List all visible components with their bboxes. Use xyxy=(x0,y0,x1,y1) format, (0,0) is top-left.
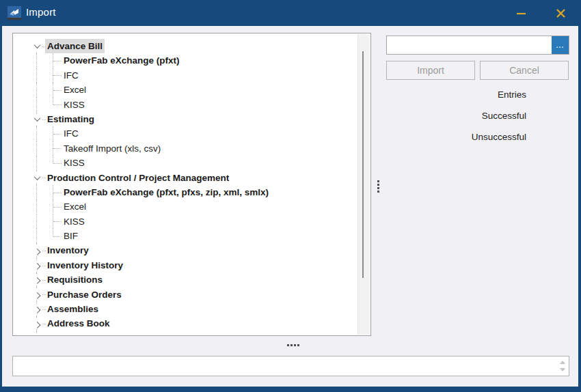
tree-item[interactable]: Purchase Orders xyxy=(13,288,357,302)
tree-scrollbar-thumb[interactable] xyxy=(362,51,364,278)
tree-item-label: Excel xyxy=(64,83,86,97)
tree-item[interactable]: Address Book xyxy=(13,316,357,331)
tree-item-label: Requisitions xyxy=(47,272,103,287)
tree-item-label: Address Book xyxy=(47,316,110,331)
tree-item-label: Production Control / Project Management xyxy=(47,171,229,185)
chevron-down-icon[interactable] xyxy=(31,172,42,183)
import-stats: Entries Successful Unsuccessful xyxy=(387,89,526,153)
close-button[interactable] xyxy=(544,0,577,26)
tree-item-label: Takeoff Import (xls, csv) xyxy=(64,141,161,156)
tree-item-label: Shapes/Grades/Sizes xyxy=(47,331,141,336)
window-title: Import xyxy=(26,6,56,18)
tree-item[interactable]: Estimating xyxy=(13,112,357,126)
tree-item-label: Inventory History xyxy=(47,258,123,272)
tree-child-item[interactable]: PowerFab eXchange (pfxt, pfxs, zip, xml,… xyxy=(13,185,357,199)
tree-item-label: PowerFab eXchange (pfxt) xyxy=(64,53,180,68)
status-log-text xyxy=(16,358,554,374)
tree-item-label: Purchase Orders xyxy=(47,288,122,302)
tree-item-label: KISS xyxy=(64,98,85,112)
tree-child-item[interactable]: KISS xyxy=(13,98,357,112)
tree-child-item[interactable]: PowerFab eXchange (pfxt) xyxy=(13,53,357,68)
tree-item-label: Advance Bill xyxy=(45,39,105,53)
chevron-right-icon[interactable] xyxy=(31,318,42,329)
tree-child-item[interactable]: Takeoff Import (xls, csv) xyxy=(13,141,357,156)
status-log-box[interactable] xyxy=(12,356,569,376)
entries-label: Entries xyxy=(387,89,526,100)
tree-item-label: Excel xyxy=(64,199,86,214)
tree-child-item[interactable]: BIF xyxy=(13,229,357,243)
scroll-down-icon[interactable] xyxy=(560,368,565,372)
chevron-right-icon[interactable] xyxy=(31,245,42,256)
tree-item-label: IFC xyxy=(64,126,79,141)
tree-item-label: IFC xyxy=(64,68,79,83)
unsuccessful-label: Unsuccessful xyxy=(387,132,526,143)
tree-child-item[interactable]: Excel xyxy=(13,83,357,97)
tree-item-label: Estimating xyxy=(47,112,94,126)
tree-child-item[interactable]: IFC xyxy=(13,68,357,83)
import-type-tree: Advance BillPowerFab eXchange (pfxt)IFCE… xyxy=(12,33,371,336)
file-path-input[interactable] xyxy=(387,36,551,54)
tree-item-label: KISS xyxy=(64,214,85,229)
title-bar: Import xyxy=(0,0,581,26)
chevron-right-icon[interactable] xyxy=(31,260,42,271)
tree-item[interactable]: Advance Bill xyxy=(13,39,357,53)
tree-item-label: PowerFab eXchange (pfxt, pfxs, zip, xml,… xyxy=(64,185,269,199)
tree-item[interactable]: Inventory History xyxy=(13,258,357,272)
tree-panel-content: Advance BillPowerFab eXchange (pfxt)IFCE… xyxy=(13,39,357,336)
successful-label: Successful xyxy=(387,111,526,122)
tree-item[interactable]: Requisitions xyxy=(13,272,357,287)
tree-item[interactable]: Assemblies xyxy=(13,302,357,316)
import-button[interactable]: Import xyxy=(386,61,475,80)
scroll-up-icon[interactable] xyxy=(560,361,565,364)
chevron-down-icon[interactable] xyxy=(31,114,42,125)
file-path-field-wrap: ... xyxy=(386,36,569,55)
browse-button[interactable]: ... xyxy=(552,36,569,54)
tree-scrollbar[interactable] xyxy=(357,34,370,335)
tree-item-label: Inventory xyxy=(47,243,89,257)
close-icon xyxy=(556,8,566,18)
chevron-right-icon[interactable] xyxy=(31,333,42,337)
tree-item[interactable]: Inventory xyxy=(13,243,357,257)
tree-child-item[interactable]: Excel xyxy=(13,199,357,214)
cancel-button[interactable]: Cancel xyxy=(480,61,569,80)
chevron-right-icon[interactable] xyxy=(31,275,42,285)
minimize-button[interactable] xyxy=(504,0,537,26)
tree-child-item[interactable]: IFC xyxy=(13,126,357,141)
chevron-right-icon[interactable] xyxy=(31,289,42,300)
tree-item-label: BIF xyxy=(64,229,78,243)
vertical-splitter-handle[interactable] xyxy=(377,180,379,194)
chevron-right-icon[interactable] xyxy=(31,304,42,315)
tree-item-label: KISS xyxy=(64,156,85,170)
app-icon xyxy=(8,6,21,20)
minimize-icon xyxy=(516,8,526,18)
tree-child-item[interactable]: KISS xyxy=(13,156,357,170)
tree-item-label: Assemblies xyxy=(47,302,98,316)
tree-item[interactable]: Production Control / Project Management xyxy=(13,171,357,185)
horizontal-splitter-handle[interactable] xyxy=(287,344,299,347)
tree-child-item[interactable]: KISS xyxy=(13,214,357,229)
tree-item[interactable]: Shapes/Grades/Sizes xyxy=(13,331,357,336)
chevron-down-icon[interactable] xyxy=(31,41,42,52)
import-dialog: Import Advance BillPowerFab eXchange (pf… xyxy=(0,0,581,392)
